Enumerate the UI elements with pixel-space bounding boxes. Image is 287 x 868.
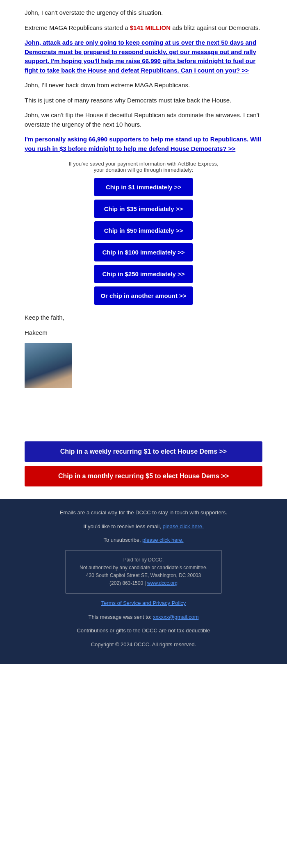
para-maga: Extreme MAGA Republicans started a $141 … — [25, 23, 262, 33]
donate-250-button[interactable]: Chip in $250 immediately >> — [94, 265, 193, 283]
para-flip-house: John, we can't flip the House if deceitf… — [25, 111, 262, 129]
donation-section: If you've saved your payment information… — [25, 161, 262, 305]
donate-1-button[interactable]: Chip in $1 immediately >> — [94, 178, 193, 196]
footer-unsub: To unsubscribe, please click here. — [25, 536, 262, 544]
link-raise-gifts[interactable]: John, attack ads are only going to keep … — [25, 38, 262, 75]
footer-paid-line2: Not authorized by any candidate or candi… — [74, 564, 213, 572]
footer-paid-box: Paid for by DCCC. Not authorized by any … — [66, 550, 221, 594]
para-never-back: John, I'll never back down from extreme … — [25, 81, 262, 90]
recurring-weekly-button[interactable]: Chip in a weekly recurring $1 to elect H… — [25, 441, 262, 462]
footer-paid-line4: (202) 863-1500 | www.dccc.org — [74, 579, 213, 587]
para-urgency: John, I can't overstate the urgency of t… — [25, 8, 262, 18]
footer-unsub-prefix: To unsubscribe, — [103, 537, 142, 543]
footer-contributions: Contributions or gifts to the DCCC are n… — [25, 627, 262, 635]
footer-sent-to-prefix: This message was sent to: — [89, 614, 153, 620]
recurring-monthly-button[interactable]: Chip in a monthly recurring $5 to elect … — [25, 466, 262, 486]
footer-dccc-link[interactable]: www.dccc.org — [147, 580, 178, 586]
footer-emails-line: Emails are a crucial way for the DCCC to… — [25, 509, 262, 517]
donate-other-button[interactable]: Or chip in another amount >> — [94, 286, 193, 305]
link-asking-supporters[interactable]: I'm personally asking 66,990 supporters … — [25, 135, 262, 153]
person-photo — [25, 343, 72, 388]
footer-sent-to: This message was sent to: xxxxxx@gmail.c… — [25, 613, 262, 621]
para-maga-suffix: ads blitz against our Democrats. — [171, 24, 260, 31]
footer-unsub-link[interactable]: please click here. — [142, 537, 183, 543]
recurring-section: Chip in a weekly recurring $1 to elect H… — [0, 437, 287, 499]
donation-note-line2: your donation will go through immediatel… — [94, 167, 194, 173]
footer-terms[interactable]: Terms of Service and Privacy Policy — [25, 599, 262, 607]
hakeem-photo — [25, 343, 72, 388]
footer-less-email-prefix: If you'd like to receive less email, — [83, 523, 162, 529]
para-take-house: This is just one of many reasons why Dem… — [25, 96, 262, 105]
para-maga-prefix: Extreme MAGA Republicans started a — [25, 24, 130, 31]
donation-note: If you've saved your payment information… — [25, 161, 262, 173]
spacer — [25, 396, 262, 429]
footer-phone: (202) 863-1500 | — [109, 580, 147, 586]
donate-100-button[interactable]: Chip in $100 immediately >> — [94, 243, 193, 261]
signature-section: Keep the faith, Hakeem — [25, 313, 262, 388]
footer-less-email-link[interactable]: please click here. — [162, 523, 203, 529]
donate-50-button[interactable]: Chip in $50 immediately >> — [94, 221, 193, 240]
sign-keep-faith: Keep the faith, — [25, 313, 262, 323]
footer-email-link[interactable]: xxxxxx@gmail.com — [153, 614, 198, 620]
footer-paid-line1: Paid for by DCCC. — [74, 556, 213, 564]
sign-name: Hakeem — [25, 328, 262, 338]
footer-paid-line3: 430 South Capitol Street SE, Washington,… — [74, 572, 213, 579]
footer-terms-link[interactable]: Terms of Service and Privacy Policy — [101, 600, 186, 606]
donation-note-line1: If you've saved your payment information… — [68, 161, 218, 167]
amount-highlight: $141 MILLION — [130, 24, 171, 31]
donate-35-button[interactable]: Chip in $35 immediately >> — [94, 200, 193, 218]
footer-less-email: If you'd like to receive less email, ple… — [25, 523, 262, 531]
main-content: John, I can't overstate the urgency of t… — [0, 0, 287, 437]
footer-section: Emails are a crucial way for the DCCC to… — [0, 499, 287, 664]
footer-copyright: Copyright © 2024 DCCC. All rights reserv… — [25, 641, 262, 649]
